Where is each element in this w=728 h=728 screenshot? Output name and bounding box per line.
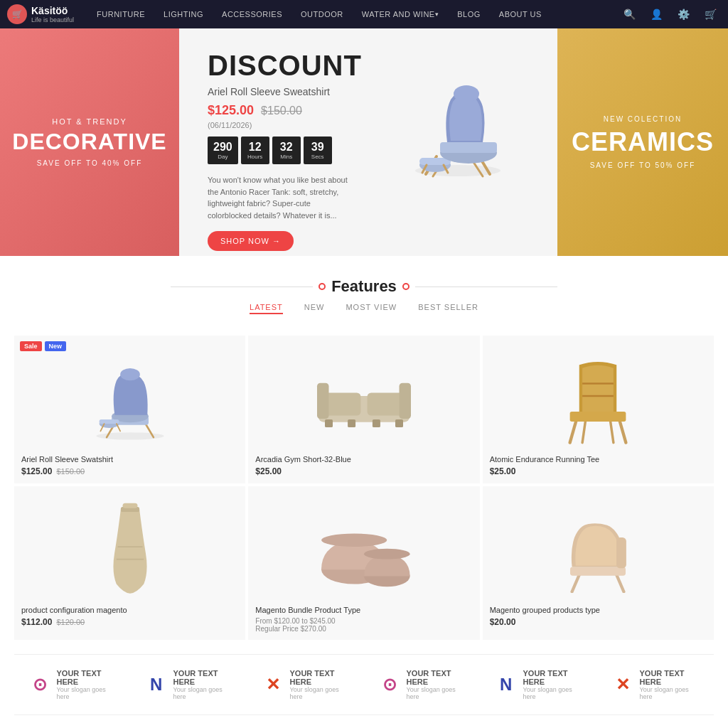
hero-section: HOT & TRENDY DECORATIVE SAVE OFF TO 40% … [0,28,728,256]
product-card[interactable]: Atomic Endurance Running Tee $25.00 [483,336,714,483]
brand-name: YOUR TEXT HERE [173,669,234,686]
product-card[interactable]: product configuration magento $112.00 $1… [14,486,245,640]
product-name: product configuration magento [21,606,238,614]
header-icons: 🔍 👤 ⚙️ 🛒 [619,4,721,25]
svg-rect-26 [399,383,411,419]
svg-rect-35 [570,412,626,422]
price-old: $120.00 [56,618,85,626]
brand-sub: Your slogan goes here [523,686,584,700]
product-price: $25.00 [490,466,707,476]
features-line-left [171,287,313,287]
badge-sale: Sale [20,341,42,351]
features-title: Features [331,277,397,296]
svg-rect-29 [348,419,355,427]
hero-right-content: NEW COLECTION CERAMICS SAVE OFF TO 50% O… [572,115,714,169]
discount-desc: You won't know what you like best about … [208,174,350,221]
brand-item: ⊙ YOUR TEXT HERE Your slogan goes here [378,669,466,700]
hero-right-save: SAVE OFF TO 50% OFF [572,161,714,169]
account-icon[interactable]: 👤 [646,4,667,25]
product-price: $20.00 [490,617,707,627]
brand-item: ⊙ YOUR TEXT HERE Your slogan goes here [28,669,117,700]
badge-new: New [45,341,67,351]
hero-left-save: SAVE OFF TO 40% OFF [12,159,166,167]
product-image [490,343,707,449]
brand-sub: Your slogan goes here [290,686,350,700]
product-price: From $120.00 to $245.00 [255,617,472,625]
price-current: $20.00 [490,617,516,627]
nav-item-furniture[interactable]: FURNITURE [88,0,154,28]
shop-now-button[interactable]: SHOP NOW → [208,231,294,251]
hero-left-title: DECORATIVE [12,129,166,155]
product-image [255,343,472,449]
product-name: Atomic Endurance Running Tee [490,455,707,464]
brand-item: ✕ YOUR TEXT HERE Your slogan goes here [262,669,350,700]
features-tabs: LATESTNEWMOST VIEWBEST SELLER [14,303,714,314]
svg-rect-27 [325,419,333,427]
hero-center-banner: DISCOUNT Ariel Roll Sleeve Sweatshirt $1… [179,28,557,256]
brand-name: YOUR TEXT HERE [407,669,467,686]
svg-point-45 [364,549,410,560]
svg-point-11 [454,85,479,102]
product-card[interactable]: SaleNew Ariel Roll Sleeve Swatshirt $125… [14,336,245,483]
nav-item-about-us[interactable]: ABOUT US [491,0,550,28]
brand-icon: ⊙ [378,672,401,697]
svg-line-31 [570,421,577,443]
features-tab-most-view[interactable]: MOST VIEW [346,303,397,314]
brand-sub: Your slogan goes here [407,686,467,700]
brand-item: N YOUR TEXT HERE Your slogan goes here [145,669,233,700]
svg-rect-48 [570,567,626,576]
price-current: $25.00 [490,466,516,476]
product-price: $112.00 $120.00 [21,617,238,627]
hero-left-content: HOT & TRENDY DECORATIVE SAVE OFF TO 40% … [12,117,166,167]
product-reg-price: Regular Price $270.00 [255,625,472,633]
nav-item-accessories[interactable]: ACCESSORIES [213,0,291,28]
hero-right-sub: NEW COLECTION [572,115,714,123]
logo-name: Käsitöö [31,5,68,16]
product-image [21,493,238,600]
product-card[interactable]: Arcadia Gym Short-32-Blue $25.00 [248,336,479,483]
nav-item-water-and-wine[interactable]: WATER AND WINE [353,0,447,28]
brand-sub: Your slogan goes here [640,686,700,700]
brand-icon: N [145,672,168,697]
cart-icon[interactable]: 🛒 [700,4,721,25]
nav-item-outdoor[interactable]: OUTDOOR [292,0,352,28]
countdown-day: 290Day [208,136,238,164]
svg-rect-25 [317,383,329,419]
features-tab-latest[interactable]: LATEST [250,303,283,314]
features-line-right [415,287,557,287]
product-card[interactable]: Magento grouped products type $20.00 [483,486,714,640]
features-tab-best-seller[interactable]: BEST SELLER [418,303,478,314]
brand-name: YOUR TEXT HERE [640,669,700,686]
features-dot-left [318,283,326,290]
svg-rect-19 [99,419,119,424]
price-new: $125.00 [208,103,254,118]
search-icon[interactable]: 🔍 [619,4,640,25]
product-name: Ariel Roll Sleeve Swatshirt [21,455,238,464]
features-tab-new[interactable]: NEW [304,303,325,314]
brand-name: YOUR TEXT HERE [523,669,584,686]
svg-rect-49 [616,537,626,568]
hero-right-banner: NEW COLECTION CERAMICS SAVE OFF TO 50% O… [557,28,728,256]
svg-line-33 [582,421,585,443]
hero-left-sub: HOT & TRENDY [12,117,166,126]
nav-item-blog[interactable]: BLOG [449,0,489,28]
nav-item-lighting[interactable]: LIGHTING [155,0,212,28]
svg-line-32 [620,421,626,443]
logo-tagline: Life is beautiful [31,16,74,23]
product-name: Arcadia Gym Short-32-Blue [255,455,472,464]
svg-line-34 [611,421,614,443]
product-card[interactable]: Magento Bundle Product Type From $120.00… [248,486,479,640]
brand-icon: ⊙ [28,672,51,697]
brand-icon: N [495,672,518,697]
svg-point-43 [321,534,387,547]
product-price: $125.00 $150.00 [21,466,238,476]
brand-item: N YOUR TEXT HERE Your slogan goes here [495,669,583,700]
svg-rect-28 [395,419,403,427]
brand-icon: ✕ [611,672,634,697]
svg-rect-39 [122,503,137,508]
product-price: $25.00 [255,466,472,476]
features-dot-right [402,283,410,290]
brand-sub: Your slogan goes here [57,686,117,700]
logo[interactable]: 🛒 Käsitöö Life is beautiful [7,4,74,24]
settings-icon[interactable]: ⚙️ [673,4,694,25]
